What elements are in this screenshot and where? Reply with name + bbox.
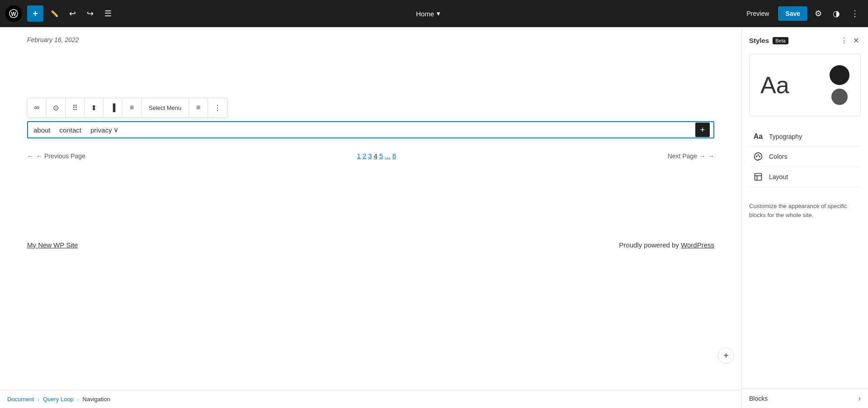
nav-block[interactable]: about contact privacy ∨ + bbox=[27, 121, 714, 138]
page-selector-button[interactable]: Home ▾ bbox=[416, 9, 440, 18]
panel-close-button[interactable]: ✕ bbox=[851, 34, 861, 47]
canvas-scroll[interactable]: February 16, 2022 ∞ ⊙ ⠿ ⬍ ▐ ≡ Select Men… bbox=[0, 27, 741, 390]
page-num-5[interactable]: 5 bbox=[379, 152, 383, 160]
nav-align-left-icon[interactable]: ▐ bbox=[104, 98, 123, 117]
canvas-area: February 16, 2022 ∞ ⊙ ⠿ ⬍ ▐ ≡ Select Men… bbox=[0, 27, 741, 408]
svg-rect-5 bbox=[755, 174, 762, 180]
page-ellipsis: ... bbox=[385, 152, 391, 160]
style-preview-dots bbox=[830, 65, 849, 105]
panel-header: Styles Beta ⋮ ✕ bbox=[742, 27, 868, 47]
panel-more-options-button[interactable]: ⋮ bbox=[839, 34, 849, 47]
right-panel: Styles Beta ⋮ ✕ Aa Aa Typography bbox=[741, 27, 868, 408]
add-block-bottom-area: + bbox=[0, 344, 741, 367]
breadcrumb-navigation: Navigation bbox=[83, 396, 110, 403]
page-num-2[interactable]: 2 bbox=[363, 152, 366, 160]
style-preview-text: Aa bbox=[760, 73, 789, 97]
layout-option[interactable]: Layout bbox=[749, 167, 861, 187]
pagination: ← ← Previous Page 1 2 3 4 5 ... 8 Next P… bbox=[27, 152, 714, 160]
add-block-bottom-button[interactable]: + bbox=[718, 347, 734, 364]
preview-button[interactable]: Preview bbox=[741, 7, 775, 20]
panel-header-actions: ⋮ ✕ bbox=[839, 34, 861, 47]
nav-more-align-icon[interactable]: ≡ bbox=[189, 98, 208, 117]
page-num-3[interactable]: 3 bbox=[368, 152, 372, 160]
svg-point-2 bbox=[758, 155, 759, 156]
settings-button[interactable]: ⚙ bbox=[811, 6, 826, 21]
footer-powered: Proudly powered by WordPress bbox=[619, 241, 714, 249]
nav-drag-icon[interactable]: ⠿ bbox=[66, 98, 85, 117]
nav-options-icon[interactable]: ⋮ bbox=[208, 98, 227, 117]
save-button[interactable]: Save bbox=[778, 6, 807, 21]
previous-page-label: ← Previous Page bbox=[36, 152, 85, 160]
undo-button[interactable]: ↩ bbox=[66, 6, 80, 21]
wordpress-link[interactable]: WordPress bbox=[681, 241, 714, 249]
svg-point-3 bbox=[756, 156, 757, 157]
breadcrumb-sep-2: › bbox=[77, 397, 79, 402]
footer-site-name[interactable]: My New WP Site bbox=[27, 241, 78, 249]
main-layout: February 16, 2022 ∞ ⊙ ⠿ ⬍ ▐ ≡ Select Men… bbox=[0, 27, 868, 408]
breadcrumb-query-loop[interactable]: Query Loop bbox=[43, 396, 74, 403]
layout-label: Layout bbox=[769, 173, 788, 180]
top-bar-right-actions: Preview Save ⚙ ◑ ⋮ bbox=[741, 6, 863, 21]
more-options-button[interactable]: ⋮ bbox=[847, 6, 863, 21]
breadcrumb-bar: Document › Query Loop › Navigation bbox=[0, 390, 741, 408]
site-footer: My New WP Site Proudly powered by WordPr… bbox=[27, 232, 714, 249]
page-title: Home bbox=[416, 10, 434, 18]
colors-icon bbox=[753, 152, 764, 161]
powered-text: Proudly powered by bbox=[619, 241, 681, 249]
next-page-label: Next Page → bbox=[668, 152, 705, 160]
panel-description: Customize the appearance of specific blo… bbox=[742, 195, 868, 227]
breadcrumb-sep-1: › bbox=[38, 397, 39, 402]
style-preview-card[interactable]: Aa bbox=[749, 54, 861, 116]
top-toolbar: W + ✏️ ↩ ↪ ☰ Home ▾ Preview Save ⚙ ◑ ⋮ bbox=[0, 0, 868, 27]
colors-label: Colors bbox=[769, 153, 787, 160]
blocks-label: Blocks bbox=[749, 395, 768, 402]
theme-toggle-button[interactable]: ◑ bbox=[829, 6, 844, 21]
typography-option[interactable]: Aa Typography bbox=[749, 127, 861, 147]
wp-logo[interactable]: W bbox=[5, 5, 22, 22]
page-content: February 16, 2022 ∞ ⊙ ⠿ ⬍ ▐ ≡ Select Men… bbox=[0, 27, 741, 344]
nav-item-about[interactable]: about bbox=[33, 126, 51, 134]
nav-align-center-icon[interactable]: ≡ bbox=[123, 98, 142, 117]
nav-add-item-button[interactable]: + bbox=[695, 123, 710, 137]
page-chevron-icon: ▾ bbox=[437, 9, 440, 18]
select-menu-button[interactable]: Select Menu bbox=[142, 98, 189, 117]
page-num-4[interactable]: 4 bbox=[374, 152, 377, 160]
previous-page-link[interactable]: ← ← Previous Page bbox=[27, 152, 85, 160]
typography-icon: Aa bbox=[753, 133, 764, 141]
redo-button[interactable]: ↪ bbox=[83, 6, 97, 21]
panel-title: Styles bbox=[749, 37, 769, 44]
page-selector-area: Home ▾ bbox=[119, 9, 738, 18]
style-options: Aa Typography Colors bbox=[742, 123, 868, 191]
nav-link-icon[interactable]: ∞ bbox=[28, 98, 47, 117]
beta-badge: Beta bbox=[773, 37, 788, 44]
dot-large bbox=[830, 65, 849, 85]
breadcrumb-document[interactable]: Document bbox=[7, 396, 34, 403]
svg-point-4 bbox=[760, 156, 760, 157]
nav-item-contact[interactable]: contact bbox=[60, 126, 81, 134]
next-page-link[interactable]: Next Page → → bbox=[668, 152, 714, 160]
nav-toolbar: ∞ ⊙ ⠿ ⬍ ▐ ≡ Select Menu ≡ ⋮ bbox=[27, 98, 227, 118]
list-view-button[interactable]: ☰ bbox=[101, 6, 115, 21]
nav-item-privacy[interactable]: privacy ∨ bbox=[90, 126, 119, 134]
prev-arrow-icon: ← bbox=[27, 152, 33, 160]
blocks-row[interactable]: Blocks › bbox=[742, 389, 868, 408]
page-num-1[interactable]: 1 bbox=[357, 152, 361, 160]
page-num-8[interactable]: 8 bbox=[392, 152, 396, 160]
pagination-numbers: 1 2 3 4 5 ... 8 bbox=[357, 152, 396, 160]
nav-move-icon[interactable]: ⬍ bbox=[85, 98, 104, 117]
blocks-chevron-icon: › bbox=[859, 394, 861, 403]
edit-mode-button[interactable]: ✏️ bbox=[47, 7, 62, 20]
dot-small bbox=[831, 89, 848, 105]
add-block-button[interactable]: + bbox=[27, 5, 43, 22]
date-label: February 16, 2022 bbox=[27, 36, 714, 43]
typography-label: Typography bbox=[769, 133, 802, 140]
layout-icon bbox=[753, 172, 764, 181]
svg-text:W: W bbox=[11, 11, 16, 17]
next-arrow-icon: → bbox=[708, 152, 714, 160]
nav-transform-icon[interactable]: ⊙ bbox=[47, 98, 66, 117]
privacy-dropdown-icon: ∨ bbox=[113, 126, 118, 134]
colors-option[interactable]: Colors bbox=[749, 147, 861, 167]
